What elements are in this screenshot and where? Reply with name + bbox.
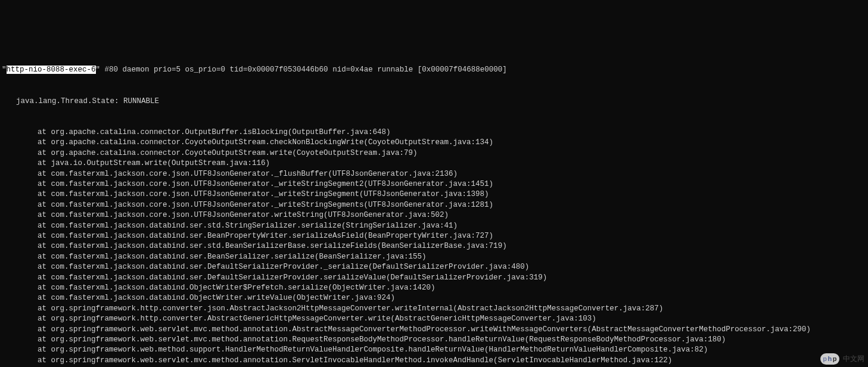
- thread-header-rest: #80 daemon prio=5 os_prio=0 tid=0x00007f…: [100, 66, 507, 74]
- stack-frame: at com.fasterxml.jackson.databind.ser.st…: [2, 241, 866, 251]
- stack-frame-text: at com.fasterxml.jackson.core.json.UTF8J…: [38, 211, 449, 219]
- quote-open: ": [2, 66, 7, 74]
- stack-trace-output[interactable]: "http-nio-8088-exec-6" #80 daemon prio=5…: [0, 42, 868, 367]
- stack-frame: at com.fasterxml.jackson.databind.ser.De…: [2, 273, 866, 283]
- stack-frame-text: at org.springframework.http.converter.js…: [38, 304, 663, 313]
- stack-frame-text: at java.io.OutputStream.write(OutputStre…: [38, 159, 270, 167]
- stack-frame-text: at com.fasterxml.jackson.databind.Object…: [38, 284, 435, 292]
- stack-frame: at com.fasterxml.jackson.databind.Object…: [2, 283, 866, 293]
- stack-frame: at com.fasterxml.jackson.core.json.UTF8J…: [2, 210, 866, 220]
- stack-frame: at com.fasterxml.jackson.databind.ser.Be…: [2, 231, 866, 241]
- stack-frame: at com.fasterxml.jackson.databind.ser.De…: [2, 262, 866, 272]
- stack-frame-text: at com.fasterxml.jackson.databind.Object…: [38, 294, 395, 302]
- thread-name-highlighted: http-nio-8088-exec-6: [7, 66, 96, 74]
- stack-frame: at com.fasterxml.jackson.core.json.UTF8J…: [2, 189, 866, 200]
- stack-frame-text: at com.fasterxml.jackson.databind.ser.Be…: [38, 232, 493, 240]
- stack-frame-text: at com.fasterxml.jackson.core.json.UTF8J…: [38, 190, 489, 198]
- stack-frame-text: at com.fasterxml.jackson.databind.ser.st…: [38, 222, 458, 230]
- stack-frame: at org.springframework.http.converter.js…: [2, 304, 866, 314]
- stack-frame-text: at org.springframework.web.servlet.mvc.m…: [38, 325, 811, 334]
- stack-frame: at com.fasterxml.jackson.databind.Object…: [2, 293, 866, 303]
- stack-frame: at com.fasterxml.jackson.core.json.UTF8J…: [2, 200, 866, 210]
- stack-frame-text: at org.apache.catalina.connector.CoyoteO…: [38, 149, 418, 157]
- stack-frame: at org.springframework.web.servlet.mvc.m…: [2, 325, 866, 335]
- stack-frame-text: at com.fasterxml.jackson.databind.ser.Be…: [38, 253, 427, 261]
- thread-header-line: "http-nio-8088-exec-6" #80 daemon prio=5…: [2, 65, 866, 75]
- stack-frame-text: at org.apache.catalina.connector.CoyoteO…: [38, 138, 493, 147]
- stack-frame-text: at com.fasterxml.jackson.databind.ser.De…: [38, 263, 529, 271]
- stack-frame: at com.fasterxml.jackson.databind.ser.Be…: [2, 252, 866, 262]
- stack-frame: at org.springframework.web.servlet.mvc.m…: [2, 335, 866, 345]
- stack-frame-text: at com.fasterxml.jackson.databind.ser.st…: [38, 242, 507, 250]
- thread-state-text: java.lang.Thread.State: RUNNABLE: [16, 97, 159, 105]
- stack-frame: at org.apache.catalina.connector.CoyoteO…: [2, 148, 866, 158]
- stack-frame: at com.fasterxml.jackson.core.json.UTF8J…: [2, 169, 866, 179]
- stack-frame-text: at org.apache.catalina.connector.OutputB…: [38, 128, 391, 136]
- stack-frames-container: at org.apache.catalina.connector.OutputB…: [2, 127, 866, 367]
- stack-frame-text: at com.fasterxml.jackson.core.json.UTF8J…: [38, 201, 493, 209]
- stack-frame: at org.apache.catalina.connector.OutputB…: [2, 127, 866, 138]
- stack-frame-text: at org.springframework.web.method.suppor…: [38, 346, 708, 354]
- stack-frame: at com.fasterxml.jackson.core.json.UTF8J…: [2, 179, 866, 189]
- stack-frame-text: at com.fasterxml.jackson.databind.ser.De…: [38, 273, 547, 282]
- quote-close: ": [96, 66, 101, 74]
- thread-state-line: java.lang.Thread.State: RUNNABLE: [2, 97, 866, 107]
- stack-frame-text: at com.fasterxml.jackson.core.json.UTF8J…: [38, 170, 458, 178]
- stack-frame: at org.springframework.web.servlet.mvc.m…: [2, 356, 866, 366]
- stack-frame-text: at org.springframework.web.servlet.mvc.m…: [38, 335, 726, 344]
- stack-frame: at org.springframework.http.converter.Ab…: [2, 314, 866, 324]
- stack-frame-text: at org.springframework.http.converter.Ab…: [38, 315, 596, 323]
- stack-frame: at java.io.OutputStream.write(OutputStre…: [2, 158, 866, 169]
- stack-frame: at org.apache.catalina.connector.CoyoteO…: [2, 138, 866, 148]
- stack-frame: at org.springframework.web.method.suppor…: [2, 345, 866, 355]
- stack-frame-text: at com.fasterxml.jackson.core.json.UTF8J…: [38, 180, 493, 188]
- stack-frame: at com.fasterxml.jackson.databind.ser.st…: [2, 221, 866, 231]
- stack-frame-text: at org.springframework.web.servlet.mvc.m…: [38, 356, 672, 365]
